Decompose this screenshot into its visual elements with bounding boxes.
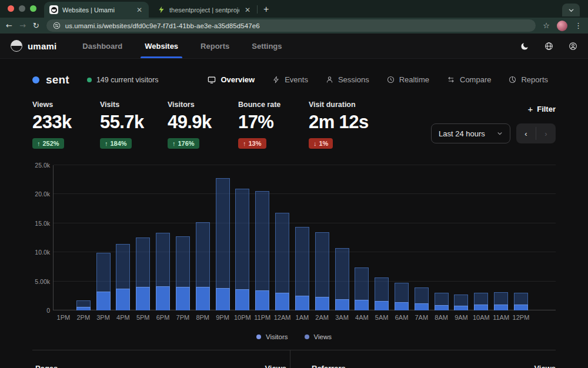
theme-moon-icon[interactable]: [520, 42, 529, 51]
reload-button[interactable]: ↻: [33, 21, 39, 30]
x-tick-label: 9PM: [216, 314, 229, 321]
close-window-button[interactable]: [8, 5, 14, 12]
x-tick-label: 12AM: [274, 314, 291, 321]
visitors-bar[interactable]: [176, 287, 190, 311]
visitors-bar[interactable]: [136, 287, 150, 310]
chart-bar-slot[interactable]: 11AM: [491, 165, 511, 310]
new-tab-button[interactable]: +: [263, 4, 269, 15]
previous-period-button[interactable]: ‹: [516, 123, 536, 143]
chart-bar-slot[interactable]: 7PM: [173, 165, 193, 310]
live-dot-icon: [87, 78, 92, 82]
next-period-button[interactable]: ›: [536, 123, 556, 143]
tab-realtime[interactable]: Realtime: [379, 72, 437, 88]
tab-sessions[interactable]: Sessions: [318, 72, 377, 88]
visitors-bar[interactable]: [415, 303, 429, 310]
date-range-select[interactable]: Last 24 hours: [431, 123, 510, 143]
chart-bar-slot[interactable]: 3AM: [332, 165, 352, 310]
legend-views[interactable]: Views: [305, 333, 332, 340]
tab-overview[interactable]: Overview: [200, 72, 262, 88]
close-tab-icon[interactable]: ✕: [135, 6, 143, 14]
visitors-bar[interactable]: [295, 296, 309, 310]
visitors-bar[interactable]: [514, 305, 528, 310]
visitors-bar[interactable]: [454, 306, 468, 310]
chart-bar-slot[interactable]: 11PM: [252, 165, 272, 310]
chart-bar-slot[interactable]: 8AM: [432, 165, 452, 310]
language-globe-icon[interactable]: [544, 42, 553, 51]
visitors-bar[interactable]: [255, 290, 269, 310]
x-tick-label: 11AM: [493, 314, 509, 321]
visitors-bar[interactable]: [156, 286, 170, 310]
browser-tab-inactive[interactable]: thesentproject | sentproject ✕: [152, 2, 257, 18]
chart-bar-slot[interactable]: 6AM: [392, 165, 412, 310]
bars-area: 1PM2PM3PM4PM5PM6PM7PM8PM9PM10PM11PM12AM1…: [54, 165, 531, 310]
visitors-bar[interactable]: [235, 289, 249, 310]
address-bar[interactable]: us.umami.is/websites/dfd0c9e7-f7d1-41bb-…: [46, 19, 536, 32]
chart-bar-slot[interactable]: 9AM: [452, 165, 472, 310]
x-tick-label: 3PM: [96, 314, 110, 321]
forward-button[interactable]: →: [19, 21, 26, 30]
x-tick-label: 8PM: [196, 314, 209, 321]
browser-profile-avatar[interactable]: [557, 21, 567, 31]
visitors-bar[interactable]: [216, 288, 230, 310]
referrers-views-header: Views: [534, 364, 556, 368]
minimize-window-button[interactable]: [19, 5, 25, 12]
visitors-bar[interactable]: [275, 293, 289, 310]
bookmark-star-icon[interactable]: ☆: [543, 21, 550, 30]
legend-visitors[interactable]: Visitors: [256, 333, 288, 340]
chart-bar-slot[interactable]: 9PM: [213, 165, 233, 310]
visitors-bar[interactable]: [395, 302, 409, 310]
chart-plot[interactable]: 1PM2PM3PM4PM5PM6PM7PM8PM9PM10PM11PM12AM1…: [53, 165, 556, 310]
chart-bar-slot[interactable]: 4PM: [113, 165, 133, 310]
chart-bar-slot[interactable]: 7AM: [412, 165, 432, 310]
chart-bar-slot[interactable]: 4AM: [352, 165, 372, 310]
visitors-bar[interactable]: [96, 292, 111, 310]
close-tab-icon[interactable]: ✕: [243, 6, 252, 14]
tab-title: Websites | Umami: [62, 6, 131, 14]
chart-bar-slot[interactable]: 2PM: [74, 165, 93, 310]
umami-logo-icon[interactable]: [11, 40, 22, 52]
chart-bar-slot[interactable]: 5PM: [133, 165, 153, 310]
tab-search-button[interactable]: [562, 4, 580, 16]
visitors-bar[interactable]: [435, 305, 449, 310]
browser-tab-active[interactable]: Websites | Umami ✕: [44, 2, 149, 18]
chart-bar-slot[interactable]: 10AM: [471, 165, 491, 310]
chart-bar-slot[interactable]: 2AM: [312, 165, 332, 310]
chart-bar-slot[interactable]: 6PM: [153, 165, 173, 310]
nav-item-dashboard[interactable]: Dashboard: [82, 34, 122, 58]
chart-bar-slot[interactable]: 5AM: [372, 165, 392, 310]
visitors-bar[interactable]: [335, 299, 349, 310]
visitors-bar[interactable]: [76, 307, 91, 310]
tab-events[interactable]: Events: [265, 72, 316, 88]
browser-menu-icon[interactable]: ⋮: [574, 21, 582, 30]
tab-reports[interactable]: Reports: [501, 72, 556, 88]
visitors-bar[interactable]: [315, 297, 329, 310]
chart-bar-slot[interactable]: 8PM: [193, 165, 213, 310]
referrers-title: Referrers: [312, 364, 346, 368]
nav-item-websites[interactable]: Websites: [145, 34, 178, 58]
profile-icon[interactable]: [569, 42, 577, 51]
filter-button[interactable]: + Filter: [527, 104, 556, 114]
chart-bar-slot[interactable]: 12PM: [511, 165, 531, 310]
change-badge: ↑252%: [32, 138, 64, 149]
chart-legend: Visitors Views: [0, 333, 588, 340]
visitors-bar[interactable]: [494, 305, 508, 310]
window-controls: [0, 5, 44, 18]
chart-bar-slot[interactable]: 1AM: [292, 165, 312, 310]
chart-bar-slot[interactable]: 10PM: [232, 165, 252, 310]
chart-bar-slot[interactable]: 3PM: [93, 165, 113, 310]
chart-bar-slot[interactable]: 1PM: [54, 165, 74, 310]
zoom-window-button[interactable]: [30, 5, 36, 12]
back-button[interactable]: ←: [6, 21, 12, 30]
tab-compare[interactable]: Compare: [439, 72, 499, 88]
monitor-icon: [208, 76, 216, 84]
pages-title: Pages: [35, 364, 58, 368]
metric-views: Views 233k ↑252%: [32, 101, 100, 157]
chart-bar-slot[interactable]: 12AM: [272, 165, 292, 310]
visitors-bar[interactable]: [375, 301, 389, 310]
visitors-bar[interactable]: [116, 289, 130, 310]
nav-item-settings[interactable]: Settings: [252, 34, 282, 58]
visitors-bar[interactable]: [196, 287, 210, 311]
visitors-bar[interactable]: [474, 305, 488, 310]
nav-item-reports[interactable]: Reports: [201, 34, 229, 58]
visitors-bar[interactable]: [355, 300, 369, 310]
